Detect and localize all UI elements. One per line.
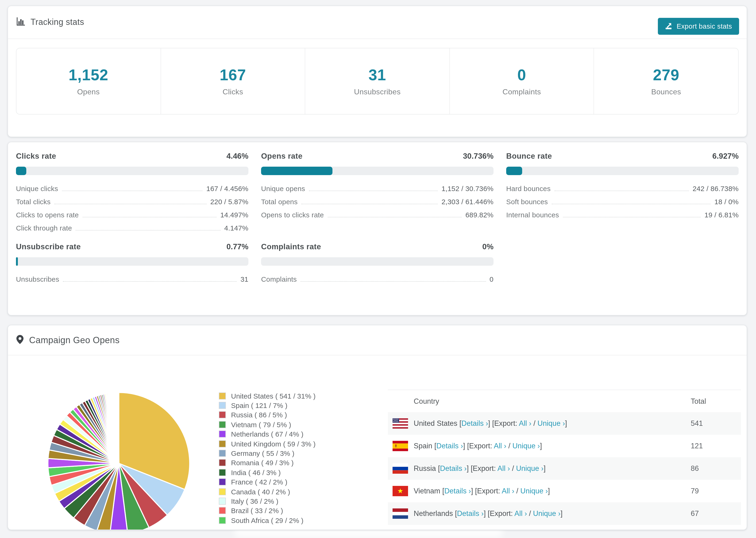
- bracket: ]: [565, 419, 567, 427]
- total-cell: 121: [691, 442, 741, 450]
- rate-row-value: 14.497%: [220, 211, 248, 219]
- progress-bar-track: [16, 167, 248, 175]
- slash: /: [507, 442, 513, 450]
- export-label: Export:: [477, 487, 502, 495]
- legend-item-romania[interactable]: Romania ( 49 / 3% ): [219, 458, 315, 467]
- bracket: [: [438, 464, 440, 472]
- legend-item-germany[interactable]: Germany ( 55 / 3% ): [219, 449, 315, 458]
- legend-item-italy[interactable]: Italy ( 36 / 2% ): [219, 497, 315, 506]
- details-link[interactable]: Details ›: [444, 487, 471, 495]
- legend-item-canada[interactable]: Canada ( 40 / 2% ): [219, 487, 315, 497]
- dotted-leader: [328, 212, 461, 217]
- rate-row: Soft bounces18 / 0%: [506, 198, 739, 206]
- rate-row: Unique clicks167 / 4.456%: [16, 185, 248, 192]
- geo-section-title: Campaign Geo Opens: [29, 335, 120, 345]
- export-all-link[interactable]: All ›: [519, 419, 531, 427]
- export-unique-link[interactable]: Unique ›: [512, 442, 540, 450]
- rate-row-value: 220 / 5.87%: [210, 198, 248, 206]
- stat-tile-complaints: 0Complaints: [449, 48, 594, 114]
- stat-value: 1,152: [69, 66, 108, 84]
- table-row-us: United States [Details ›] [Export: All ›…: [388, 412, 741, 435]
- rate-row-value: 19 / 6.81%: [705, 211, 739, 219]
- legend-label: Spain ( 121 / 7% ): [231, 402, 287, 409]
- export-all-link[interactable]: All ›: [498, 464, 510, 472]
- legend-label: Vietnam ( 79 / 5% ): [231, 421, 291, 429]
- rate-panel-head: Clicks rate 4.46%: [16, 152, 248, 161]
- export-all-link[interactable]: All ›: [494, 442, 506, 450]
- legend-label: France ( 42 / 2% ): [231, 478, 287, 486]
- bracket: ] [: [484, 510, 490, 517]
- legend-color-chip: [219, 488, 226, 495]
- export-unique-link[interactable]: Unique ›: [537, 419, 565, 427]
- unsubscribe-rate-panel: Unsubscribe rate 0.77% Unsubscribes31: [16, 242, 248, 283]
- table-row-nl: Netherlands [Details ›] [Export: All › /…: [388, 502, 741, 525]
- rate-row-label: Clicks to opens rate: [16, 211, 79, 219]
- dotted-leader: [63, 276, 237, 282]
- legend-item-united-states[interactable]: United States ( 541 / 31% ): [219, 391, 315, 401]
- legend-label: United States ( 541 / 31% ): [231, 392, 315, 400]
- rate-panel-head: Unsubscribe rate 0.77%: [16, 242, 248, 251]
- legend-item-india[interactable]: India ( 46 / 3% ): [219, 467, 315, 477]
- bracket: ]: [561, 510, 563, 517]
- progress-bar-fill: [261, 167, 333, 175]
- details-link[interactable]: Details ›: [440, 464, 467, 472]
- export-unique-link[interactable]: Unique ›: [533, 510, 561, 517]
- legend-item-netherlands[interactable]: Netherlands ( 67 / 4% ): [219, 429, 315, 439]
- country-name: Netherlands: [414, 510, 455, 517]
- stat-label: Opens: [77, 88, 99, 96]
- rate-title: Unsubscribe rate: [16, 242, 81, 251]
- bracket: ] [: [471, 487, 477, 495]
- legend-item-spain[interactable]: Spain ( 121 / 7% ): [219, 401, 315, 410]
- rate-row-value: 242 / 86.738%: [693, 185, 739, 192]
- export-unique-link[interactable]: Unique ›: [520, 487, 548, 495]
- summary-stats: 1,152Opens167Clicks31Unsubscribes0Compla…: [16, 48, 739, 115]
- export-icon: [665, 22, 673, 31]
- progress-bar-fill: [16, 167, 26, 175]
- bracket: [: [459, 419, 461, 427]
- rate-row: Total clicks220 / 5.87%: [16, 198, 248, 206]
- export-basic-stats-button[interactable]: Export basic stats: [658, 18, 739, 35]
- bounce-rate-panel: Bounce rate 6.927% Hard bounces242 / 86.…: [506, 152, 739, 232]
- legend-item-vietnam[interactable]: Vietnam ( 79 / 5% ): [219, 420, 315, 429]
- legend-item-france[interactable]: France ( 42 / 2% ): [219, 477, 315, 487]
- details-link[interactable]: Details ›: [457, 510, 484, 517]
- total-cell: 541: [691, 419, 741, 428]
- export-unique-link[interactable]: Unique ›: [516, 464, 544, 472]
- geo-pie-chart[interactable]: [46, 391, 191, 530]
- export-all-link[interactable]: All ›: [502, 487, 514, 495]
- total-cell: 79: [691, 487, 741, 495]
- legend-label: Italy ( 36 / 2% ): [231, 497, 279, 505]
- rate-row-label: Hard bounces: [506, 185, 551, 192]
- map-pin-icon: [16, 334, 24, 346]
- legend-label: Germany ( 55 / 3% ): [231, 449, 295, 457]
- export-all-link[interactable]: All ›: [514, 510, 527, 517]
- slash: /: [514, 487, 520, 495]
- rate-row-label: Internal bounces: [506, 211, 559, 219]
- stat-tile-unsubscribes: 31Unsubscribes: [305, 48, 449, 114]
- legend-item-brazil[interactable]: Brazil ( 33 / 2% ): [219, 506, 315, 515]
- opens-rate-panel: Opens rate 30.736% Unique opens1,152 / 3…: [261, 152, 494, 232]
- rate-row-label: Click through rate: [16, 224, 72, 232]
- rate-panel-head: Bounce rate 6.927%: [506, 152, 739, 161]
- details-link[interactable]: Details ›: [436, 442, 463, 450]
- details-link[interactable]: Details ›: [461, 419, 488, 427]
- clicks-rate-panel: Clicks rate 4.46% Unique clicks167 / 4.4…: [16, 152, 248, 232]
- bracket: ] [: [467, 464, 473, 472]
- rate-panel-head: Opens rate 30.736%: [261, 152, 494, 161]
- legend-label: Netherlands ( 67 / 4% ): [231, 430, 303, 438]
- stat-tile-opens: 1,152Opens: [17, 48, 160, 114]
- rate-row: Clicks to opens rate14.497%: [16, 211, 248, 219]
- column-header-country: Country: [388, 397, 691, 405]
- export-button-label: Export basic stats: [676, 23, 732, 30]
- complaints-rate-panel: Complaints rate 0% Complaints0: [261, 242, 494, 283]
- rate-row: Complaints0: [261, 275, 494, 283]
- legend-item-south-africa[interactable]: South Africa ( 29 / 2% ): [219, 515, 315, 525]
- stat-value: 167: [220, 66, 246, 84]
- legend-item-russia[interactable]: Russia ( 86 / 5% ): [219, 410, 315, 420]
- stat-value: 279: [653, 66, 679, 84]
- rate-title: Opens rate: [261, 152, 302, 161]
- pie-legend: United States ( 541 / 31% )Spain ( 121 /…: [219, 391, 315, 525]
- progress-bar-track: [16, 257, 248, 266]
- legend-item-united-kingdom[interactable]: United Kingdom ( 59 / 3% ): [219, 439, 315, 449]
- rate-rows: Unique clicks167 / 4.456%Total clicks220…: [16, 185, 248, 232]
